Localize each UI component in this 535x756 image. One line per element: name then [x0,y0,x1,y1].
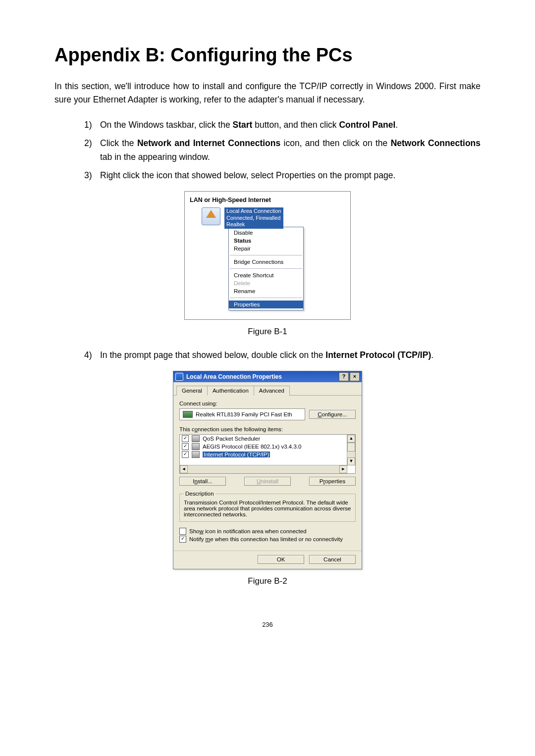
protocol-icon [192,451,200,458]
step-3: 3) Right click the icon that showed belo… [84,169,481,182]
lan-label-block: Local Area Connection Connected, Firewal… [224,207,283,229]
menu-separator [230,268,302,269]
menu-shortcut[interactable]: Create Shortcut [229,271,303,279]
scroll-left-icon[interactable]: ◄ [180,465,188,473]
step-text: button, and then click [252,120,339,130]
general-panel: Connect using: Realtek RTL8139 Family PC… [173,396,362,551]
network-connection-icon [202,207,220,225]
menu-delete: Delete [229,279,303,287]
item-label: Internet Protocol (TCP/IP) [203,452,270,457]
description-group: Description Transmission Control Protoco… [179,491,356,522]
scroll-down-icon[interactable]: ▼ [347,457,355,465]
step-text: Right click the icon that showed below, … [100,170,395,180]
item-label: AEGIS Protocol (IEEE 802.1x) v3.4.3.0 [203,444,301,450]
step-number: 2) [84,137,92,150]
menu-separator [230,255,302,255]
nic-icon [183,411,193,418]
close-button[interactable]: × [350,372,360,381]
lan-section-header: LAN or High-Speed Internet [190,197,345,203]
step-4: 4) In the prompt page that showed below,… [84,349,481,362]
connection-items-list[interactable]: ✓ QoS Packet Scheduler ✓ AEGIS Protocol … [179,434,356,474]
checkbox-icon[interactable]: ✓ [182,451,189,458]
protocol-icon [192,435,200,442]
document-page: Appendix B: Configuring the PCs In this … [0,0,535,648]
adapter-name: Realtek RTL8139 Family PCI Fast Eth [196,411,292,417]
checkbox-icon[interactable]: ✓ [182,443,189,450]
uninstall-button: Uninstall [244,477,291,486]
dialog-titlebar: Local Area Connection Properties ? × [173,371,362,382]
step-text: tab in the appearing window. [100,152,210,162]
steps-list-2: 4) In the prompt page that showed below,… [54,349,481,362]
tab-advanced[interactable]: Advanced [254,386,290,396]
show-icon-row[interactable]: Show icon in notification area when conn… [179,528,356,535]
lan-status: Connected, Firewalled [226,215,281,222]
step-number: 4) [84,349,92,362]
ok-button[interactable]: OK [258,555,304,564]
figure-b1-caption: Figure B-1 [54,327,481,337]
checkbox-icon[interactable]: ✓ [182,435,189,442]
page-number: 236 [54,621,481,628]
steps-list: 1) On the Windows taskbar, click the Sta… [54,118,481,182]
step-text: . [431,350,433,360]
lan-adapter: Realtek [226,221,281,228]
checkbox-icon[interactable] [179,528,186,535]
page-title: Appendix B: Configuring the PCs [54,45,481,66]
notify-row[interactable]: ✓ Notify me when this connection has lim… [179,536,356,543]
scroll-up-icon[interactable]: ▲ [347,435,355,443]
configure-button[interactable]: Configure... [309,410,356,419]
step-bold: Network and Internet Connections [137,138,280,148]
menu-bridge[interactable]: Bridge Connections [229,258,303,266]
list-item[interactable]: ✓ AEGIS Protocol (IEEE 802.1x) v3.4.3.0 [180,443,355,451]
checkbox-icon[interactable]: ✓ [179,536,186,543]
figure-b2-caption: Figure B-2 [54,576,481,586]
tab-general[interactable]: General [176,386,208,396]
protocol-icon [192,443,200,450]
lan-connection-row: Local Area Connection Connected, Firewal… [202,207,345,310]
show-icon-label: Show icon in notification area when conn… [189,528,307,534]
adapter-field: Realtek RTL8139 Family PCI Fast Eth [179,408,305,420]
properties-button[interactable]: Properties [309,477,356,486]
scroll-thumb[interactable] [347,443,355,452]
figure-b1-screenshot: LAN or High-Speed Internet Local Area Co… [184,191,351,320]
step-bold: Network Connections [391,138,481,148]
step-bold: Control Panel [339,120,395,130]
connect-using-label: Connect using: [179,401,356,406]
menu-status[interactable]: Status [229,237,303,245]
step-bold: Start [232,120,252,130]
step-text: In the prompt page that showed below, do… [100,350,325,360]
step-text: On the Windows taskbar, click the [100,120,232,130]
tab-authentication[interactable]: Authentication [207,386,254,396]
list-item[interactable]: ✓ QoS Packet Scheduler [180,435,355,443]
step-bold: Internet Protocol (TCP/IP) [325,350,431,360]
menu-disable[interactable]: Disable [229,229,303,237]
step-text: icon, and then click on the [280,138,390,148]
menu-properties[interactable]: Properties [229,301,303,308]
menu-separator [230,298,302,298]
tab-strip: General Authentication Advanced [173,382,362,396]
step-2: 2) Click the Network and Internet Connec… [84,137,481,163]
description-text: Transmission Control Protocol/Internet P… [184,500,351,517]
help-button[interactable]: ? [339,372,349,381]
notify-label: Notify me when this connection has limit… [189,536,343,542]
dialog-button-row: OK Cancel [173,551,362,569]
step-1: 1) On the Windows taskbar, click the Sta… [84,118,481,132]
figure-b2-dialog: Local Area Connection Properties ? × Gen… [173,371,362,569]
context-menu: Disable Status Repair Bridge Connections… [228,227,304,310]
menu-rename[interactable]: Rename [229,287,303,295]
lan-labels: Local Area Connection Connected, Firewal… [224,207,304,310]
cancel-button[interactable]: Cancel [309,555,356,564]
step-text: Click the [100,138,137,148]
install-button[interactable]: Install... [179,477,226,486]
items-label: This connection uses the following items… [179,426,356,432]
vertical-scrollbar[interactable]: ▲ ▼ [347,435,355,465]
step-number: 1) [84,118,92,132]
lan-name: Local Area Connection [226,208,281,215]
dialog-title: Local Area Connection Properties [186,373,282,380]
scroll-right-icon[interactable]: ► [339,465,347,473]
description-legend: Description [184,491,215,497]
app-icon [175,373,183,381]
intro-paragraph: In this section, we'll introduce how to … [54,80,481,106]
list-item-selected[interactable]: ✓ Internet Protocol (TCP/IP) [180,451,355,458]
horizontal-scrollbar[interactable]: ◄ ► [180,465,347,473]
menu-repair[interactable]: Repair [229,245,303,252]
